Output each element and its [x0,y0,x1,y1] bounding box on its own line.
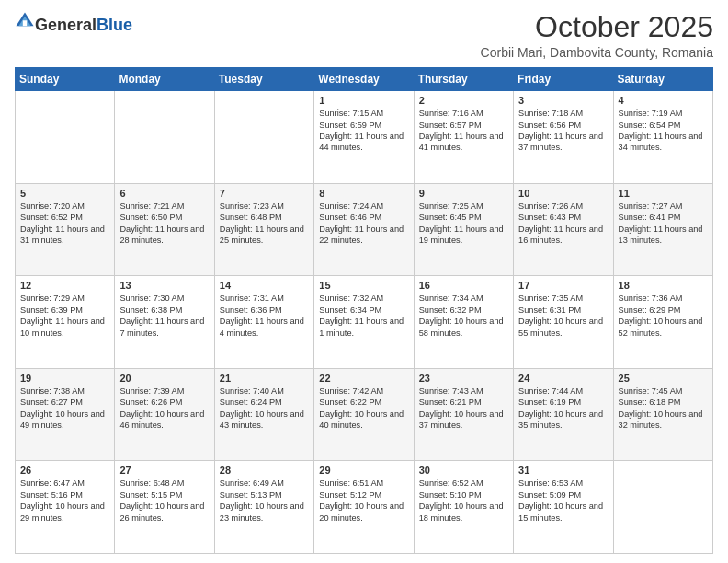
week-row-1: 1Sunrise: 7:15 AM Sunset: 6:59 PM Daylig… [16,91,713,184]
day-number: 24 [518,373,608,384]
col-header-thursday: Thursday [414,68,513,91]
day-info: Sunrise: 6:47 AM Sunset: 5:16 PM Dayligh… [20,477,109,523]
col-header-wednesday: Wednesday [314,68,414,91]
day-number: 31 [518,465,608,476]
day-number: 20 [119,373,209,384]
calendar-cell: 23Sunrise: 7:43 AM Sunset: 6:21 PM Dayli… [414,368,513,461]
calendar-cell: 12Sunrise: 7:29 AM Sunset: 6:39 PM Dayli… [16,276,115,369]
calendar-cell: 11Sunrise: 7:27 AM Sunset: 6:41 PM Dayli… [613,183,712,276]
day-info: Sunrise: 7:42 AM Sunset: 6:22 PM Dayligh… [319,385,408,431]
calendar-cell: 21Sunrise: 7:40 AM Sunset: 6:24 PM Dayli… [214,368,313,461]
day-number: 11 [619,188,708,199]
logo-icon [15,11,35,31]
calendar-cell: 5Sunrise: 7:20 AM Sunset: 6:52 PM Daylig… [16,183,115,276]
header: GeneralBlue October 2025 Corbii Mari, Da… [15,11,713,60]
day-number: 5 [20,188,109,199]
day-number: 13 [119,280,209,291]
day-number: 8 [319,188,408,199]
week-row-4: 19Sunrise: 7:38 AM Sunset: 6:27 PM Dayli… [16,368,713,461]
calendar-cell: 24Sunrise: 7:44 AM Sunset: 6:19 PM Dayli… [514,368,613,461]
calendar-cell: 28Sunrise: 6:49 AM Sunset: 5:13 PM Dayli… [214,461,313,554]
day-info: Sunrise: 7:23 AM Sunset: 6:48 PM Dayligh… [220,201,309,247]
title-block: October 2025 Corbii Mari, Dambovita Coun… [481,11,713,60]
day-number: 15 [319,280,408,291]
day-info: Sunrise: 7:40 AM Sunset: 6:24 PM Dayligh… [220,385,309,431]
calendar-cell: 16Sunrise: 7:34 AM Sunset: 6:32 PM Dayli… [414,276,513,369]
day-info: Sunrise: 6:48 AM Sunset: 5:15 PM Dayligh… [119,477,209,523]
day-info: Sunrise: 7:31 AM Sunset: 6:36 PM Dayligh… [220,293,309,339]
calendar-cell: 10Sunrise: 7:26 AM Sunset: 6:43 PM Dayli… [514,183,613,276]
day-info: Sunrise: 7:38 AM Sunset: 6:27 PM Dayligh… [20,385,109,431]
calendar-cell: 17Sunrise: 7:35 AM Sunset: 6:31 PM Dayli… [514,276,613,369]
logo: GeneralBlue [15,11,132,33]
calendar-cell: 15Sunrise: 7:32 AM Sunset: 6:34 PM Dayli… [314,276,414,369]
calendar-cell: 20Sunrise: 7:39 AM Sunset: 6:26 PM Dayli… [115,368,214,461]
calendar: SundayMondayTuesdayWednesdayThursdayFrid… [15,67,713,554]
day-info: Sunrise: 7:16 AM Sunset: 6:57 PM Dayligh… [419,108,508,154]
calendar-cell: 31Sunrise: 6:53 AM Sunset: 5:09 PM Dayli… [514,461,613,554]
day-number: 7 [220,188,309,199]
calendar-cell: 26Sunrise: 6:47 AM Sunset: 5:16 PM Dayli… [16,461,115,554]
day-info: Sunrise: 7:44 AM Sunset: 6:19 PM Dayligh… [518,385,608,431]
day-number: 2 [419,95,508,106]
calendar-cell: 6Sunrise: 7:21 AM Sunset: 6:50 PM Daylig… [115,183,214,276]
day-info: Sunrise: 7:21 AM Sunset: 6:50 PM Dayligh… [119,201,209,247]
day-number: 28 [220,465,309,476]
calendar-cell: 30Sunrise: 6:52 AM Sunset: 5:10 PM Dayli… [414,461,513,554]
day-number: 16 [419,280,508,291]
day-number: 14 [220,280,309,291]
day-number: 6 [119,188,209,199]
week-row-2: 5Sunrise: 7:20 AM Sunset: 6:52 PM Daylig… [16,183,713,276]
day-number: 21 [220,373,309,384]
day-number: 9 [419,188,508,199]
day-info: Sunrise: 7:43 AM Sunset: 6:21 PM Dayligh… [419,385,508,431]
day-number: 17 [518,280,608,291]
calendar-cell: 14Sunrise: 7:31 AM Sunset: 6:36 PM Dayli… [214,276,313,369]
calendar-header-row: SundayMondayTuesdayWednesdayThursdayFrid… [16,68,713,91]
day-info: Sunrise: 7:35 AM Sunset: 6:31 PM Dayligh… [518,293,608,339]
calendar-cell [613,461,712,554]
day-number: 18 [619,280,708,291]
calendar-cell: 22Sunrise: 7:42 AM Sunset: 6:22 PM Dayli… [314,368,414,461]
day-info: Sunrise: 6:51 AM Sunset: 5:12 PM Dayligh… [319,477,408,523]
svg-rect-2 [23,20,27,26]
calendar-cell: 9Sunrise: 7:25 AM Sunset: 6:45 PM Daylig… [414,183,513,276]
day-number: 22 [319,373,408,384]
day-number: 26 [20,465,109,476]
day-number: 1 [319,95,408,106]
day-info: Sunrise: 6:52 AM Sunset: 5:10 PM Dayligh… [419,477,508,523]
day-info: Sunrise: 7:30 AM Sunset: 6:38 PM Dayligh… [119,293,209,339]
day-number: 29 [319,465,408,476]
calendar-cell: 4Sunrise: 7:19 AM Sunset: 6:54 PM Daylig… [613,91,712,184]
day-info: Sunrise: 7:20 AM Sunset: 6:52 PM Dayligh… [20,201,109,247]
day-info: Sunrise: 7:24 AM Sunset: 6:46 PM Dayligh… [319,201,408,247]
page: GeneralBlue October 2025 Corbii Mari, Da… [0,0,728,563]
calendar-cell: 19Sunrise: 7:38 AM Sunset: 6:27 PM Dayli… [16,368,115,461]
day-info: Sunrise: 7:18 AM Sunset: 6:56 PM Dayligh… [518,108,608,154]
day-info: Sunrise: 6:49 AM Sunset: 5:13 PM Dayligh… [220,477,309,523]
day-number: 27 [119,465,209,476]
day-info: Sunrise: 7:27 AM Sunset: 6:41 PM Dayligh… [619,201,708,247]
day-number: 3 [518,95,608,106]
day-number: 25 [619,373,708,384]
week-row-3: 12Sunrise: 7:29 AM Sunset: 6:39 PM Dayli… [16,276,713,369]
calendar-cell: 18Sunrise: 7:36 AM Sunset: 6:29 PM Dayli… [613,276,712,369]
day-info: Sunrise: 7:34 AM Sunset: 6:32 PM Dayligh… [419,293,508,339]
day-number: 12 [20,280,109,291]
week-row-5: 26Sunrise: 6:47 AM Sunset: 5:16 PM Dayli… [16,461,713,554]
main-title: October 2025 [481,11,713,43]
day-info: Sunrise: 7:45 AM Sunset: 6:18 PM Dayligh… [619,385,708,431]
col-header-saturday: Saturday [613,68,712,91]
calendar-cell: 8Sunrise: 7:24 AM Sunset: 6:46 PM Daylig… [314,183,414,276]
day-info: Sunrise: 7:29 AM Sunset: 6:39 PM Dayligh… [20,293,109,339]
day-info: Sunrise: 7:36 AM Sunset: 6:29 PM Dayligh… [619,293,708,339]
calendar-cell: 2Sunrise: 7:16 AM Sunset: 6:57 PM Daylig… [414,91,513,184]
day-info: Sunrise: 7:32 AM Sunset: 6:34 PM Dayligh… [319,293,408,339]
calendar-cell: 29Sunrise: 6:51 AM Sunset: 5:12 PM Dayli… [314,461,414,554]
day-info: Sunrise: 7:19 AM Sunset: 6:54 PM Dayligh… [619,108,708,154]
col-header-friday: Friday [514,68,613,91]
day-number: 23 [419,373,508,384]
calendar-cell [115,91,214,184]
day-info: Sunrise: 7:15 AM Sunset: 6:59 PM Dayligh… [319,108,408,154]
calendar-cell [214,91,313,184]
